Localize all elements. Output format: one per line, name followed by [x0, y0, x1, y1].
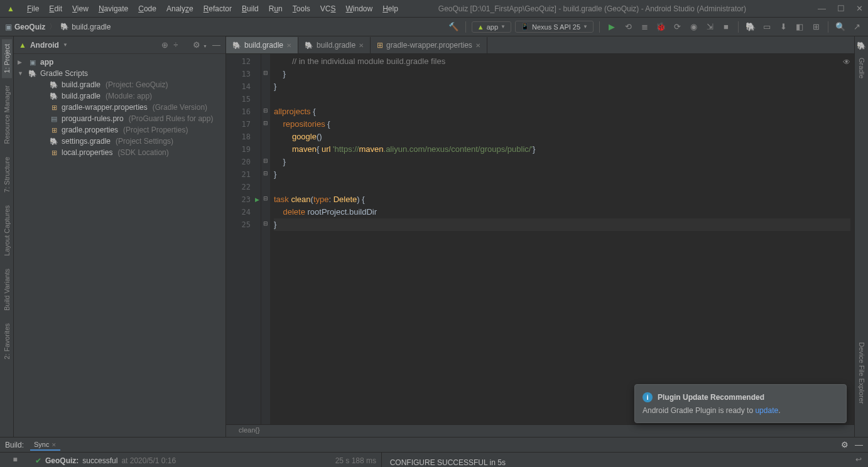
editor-area: 🐘build.gradle✕🐘build.gradle✕⊞gradle-wrap…	[226, 36, 854, 437]
settings-icon[interactable]: ↗	[850, 21, 863, 33]
notification-popup: iPlugin Update Recommended Android Gradl…	[634, 384, 847, 423]
build-project-name: GeoQuiz:	[45, 456, 79, 465]
build-hide-icon[interactable]: —	[855, 440, 863, 449]
app-logo-icon: ▲	[5, 3, 16, 14]
menu-run[interactable]: Run	[264, 3, 287, 14]
breadcrumb-file[interactable]: 🐘 build.gradle	[60, 23, 111, 31]
tool-tab-structure[interactable]: 7: Structure	[2, 152, 12, 198]
menu-view[interactable]: View	[68, 3, 93, 14]
tree-node-app[interactable]: ▶▣app	[14, 56, 225, 68]
hide-panel-icon[interactable]: —	[212, 40, 220, 50]
run-config-dropdown[interactable]: ▲app ▼	[472, 21, 511, 33]
menu-window[interactable]: Window	[341, 3, 377, 14]
sync-gradle-icon[interactable]: 🐘	[744, 21, 757, 33]
tree-file[interactable]: ⊞gradle-wrapper.properties(Gradle Versio…	[14, 102, 225, 113]
main-menu: File Edit View Navigate Code Analyze Ref…	[23, 3, 403, 14]
run-button-icon[interactable]: ▶	[605, 21, 618, 33]
line-gutter: 121314151617181920212223▶2425	[226, 54, 261, 424]
panel-settings-icon[interactable]: ⚙ ▼	[193, 40, 207, 50]
left-tool-gutter: 1: Project Resource Manager 7: Structure…	[0, 36, 14, 437]
tree-node-gradle-scripts[interactable]: ▼🐘Gradle Scripts	[14, 68, 225, 79]
tree-file[interactable]: 🐘build.gradle(Module: app)	[14, 90, 225, 102]
menu-file[interactable]: File	[23, 3, 43, 14]
resource-manager-icon[interactable]: ⊞	[810, 21, 822, 33]
tool-tab-device-explorer[interactable]: Device File Explorer	[857, 337, 867, 409]
menu-analyze[interactable]: Analyze	[162, 3, 198, 14]
window-title: GeoQuiz [D:\01_FirstApp\GeoQuiz] - build…	[438, 4, 746, 13]
profile-icon[interactable]: ◉	[687, 21, 700, 33]
coverage-icon[interactable]: ⟳	[671, 21, 683, 33]
inspection-eye-icon[interactable]: 👁	[843, 58, 850, 67]
menu-build[interactable]: Build	[237, 3, 263, 14]
build-settings-icon[interactable]: ⚙	[841, 440, 849, 449]
apply-code-icon[interactable]: ≣	[638, 21, 651, 33]
project-panel: ▲ Android ▼ ⊕ ÷ ⚙ ▼ — ▶▣app ▼🐘Gradle Scr…	[14, 36, 226, 437]
tree-file[interactable]: 🐘build.gradle(Project: GeoQuiz)	[14, 79, 225, 90]
stop-button-icon[interactable]: ■	[720, 21, 732, 33]
soft-wrap-icon[interactable]: ↩	[855, 455, 862, 464]
tool-tab-layout-captures[interactable]: Layout Captures	[2, 200, 12, 261]
menu-tools[interactable]: Tools	[288, 3, 315, 14]
tool-tab-resource-manager[interactable]: Resource Manager	[2, 80, 12, 149]
build-hammer-icon[interactable]: 🔨	[447, 21, 460, 33]
navigation-toolbar: ▣ GeoQuiz 〉 🐘 build.gradle 🔨 ▲app ▼ 📱Nex…	[0, 18, 868, 36]
menu-edit[interactable]: Edit	[45, 3, 67, 14]
minimize-button[interactable]: —	[818, 4, 826, 13]
editor-tabs: 🐘build.gradle✕🐘build.gradle✕⊞gradle-wrap…	[226, 36, 854, 54]
notification-title: Plugin Update Recommended	[658, 393, 764, 402]
sdk-manager-icon[interactable]: ⬇	[777, 21, 789, 33]
project-mode-dropdown[interactable]: ▲ Android ▼	[19, 41, 68, 50]
breadcrumb: ▣ GeoQuiz 〉 🐘 build.gradle	[5, 21, 111, 32]
build-title: Build:	[5, 441, 24, 449]
code-editor[interactable]: // in the individual module build.gradle…	[270, 54, 854, 424]
menu-navigate[interactable]: Navigate	[94, 3, 133, 14]
menu-vcs[interactable]: VCS	[316, 3, 340, 14]
notification-body: Android Gradle Plugin is ready to update…	[643, 406, 838, 415]
project-tree: ▶▣app ▼🐘Gradle Scripts 🐘build.gradle(Pro…	[14, 54, 225, 437]
breadcrumb-project[interactable]: ▣ GeoQuiz	[5, 23, 45, 31]
tree-file[interactable]: ⊞local.properties(SDK Location)	[14, 147, 225, 158]
info-icon: i	[643, 392, 653, 402]
stop-build-icon[interactable]: ■	[13, 455, 17, 464]
search-everywhere-icon[interactable]: 🔍	[834, 21, 847, 33]
menu-help[interactable]: Help	[378, 3, 403, 14]
build-status-text: successful	[82, 456, 117, 465]
tool-tab-build-variants[interactable]: Build Variants	[2, 264, 12, 316]
tree-file[interactable]: ⊞gradle.properties(Project Properties)	[14, 124, 225, 136]
tree-file[interactable]: 🐘settings.gradle(Project Settings)	[14, 136, 225, 147]
apply-changes-icon[interactable]: ⟲	[622, 21, 634, 33]
maximize-button[interactable]: ☐	[837, 4, 845, 13]
success-check-icon: ✔	[35, 456, 41, 465]
build-duration: 25 s 188 ms	[335, 456, 376, 465]
tree-file[interactable]: ▤proguard-rules.pro(ProGuard Rules for a…	[14, 113, 225, 124]
fold-column: ⊟⊟⊟⊟⊟⊟⊟	[261, 54, 270, 424]
tool-tab-project[interactable]: 1: Project	[2, 39, 12, 78]
menu-code[interactable]: Code	[134, 3, 161, 14]
close-button[interactable]: ✕	[856, 4, 863, 13]
build-status-at: at 2020/5/1 0:16	[121, 456, 176, 465]
tool-tab-gradle[interactable]: Gradle	[857, 53, 867, 83]
debug-button-icon[interactable]: 🐞	[654, 21, 667, 33]
scroll-to-source-icon[interactable]: ⊕	[161, 40, 168, 50]
build-tab-sync[interactable]: Sync ✕	[30, 439, 60, 451]
breadcrumb-bar: clean{}	[226, 424, 854, 437]
editor-tab[interactable]: 🐘build.gradle✕	[298, 37, 371, 53]
editor-tab[interactable]: 🐘build.gradle✕	[226, 37, 298, 53]
menu-refactor[interactable]: Refactor	[199, 3, 236, 14]
editor-tab[interactable]: ⊞gradle-wrapper.properties✕	[371, 37, 487, 53]
collapse-all-icon[interactable]: ÷	[173, 40, 178, 50]
build-log[interactable]: CONFIGURE SUCCESSFUL in 5s⊞The getTestCl…	[382, 453, 849, 467]
build-panel: Build: Sync ✕ ⚙ — ■ 📌 👁 ✔ GeoQuiz: succe…	[0, 437, 868, 467]
tool-tab-favorites[interactable]: 2: Favorites	[2, 318, 12, 364]
gradle-elephant-icon[interactable]: 🐘	[854, 39, 868, 53]
layout-inspector-icon[interactable]: ◧	[793, 21, 806, 33]
device-dropdown[interactable]: 📱Nexus S API 25 ▼	[515, 21, 594, 33]
update-link[interactable]: update	[755, 406, 778, 415]
avd-manager-icon[interactable]: ▭	[761, 21, 773, 33]
build-tree: ✔ GeoQuiz: successful at 2020/5/1 0:16 2…	[30, 453, 382, 467]
title-bar: ▲ File Edit View Navigate Code Analyze R…	[0, 0, 868, 18]
attach-debugger-icon[interactable]: ⇲	[703, 21, 716, 33]
right-tool-gutter: 🐘 Gradle Device File Explorer	[854, 36, 868, 437]
